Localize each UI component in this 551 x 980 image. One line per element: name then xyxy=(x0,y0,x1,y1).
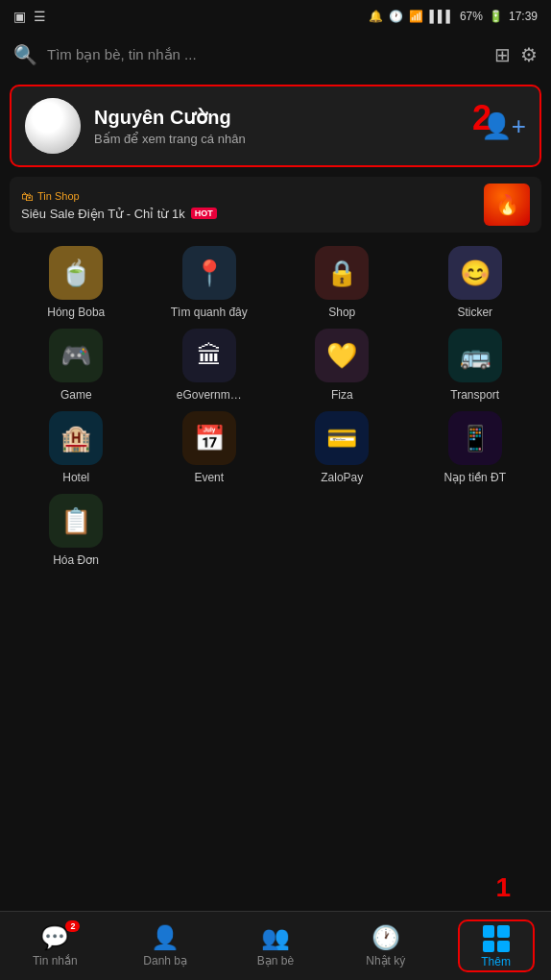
them-dot-3 xyxy=(483,941,495,953)
app-grid: 🍵 Hóng Boba 📍 Tìm quanh đây 🔒 Shop 😊 Sti… xyxy=(0,236,551,567)
grid-item-egovern[interactable]: 🏛 eGovernm… xyxy=(156,329,262,402)
time-display: 17:39 xyxy=(509,10,538,23)
zalopay-icon: 💳 xyxy=(315,411,369,465)
fiza-icon: 💛 xyxy=(315,329,369,382)
search-bar: 🔍 Tìm bạn bè, tin nhắn ... ⊞ ⚙ xyxy=(0,31,551,79)
hot-badge: HOT xyxy=(191,208,217,219)
nav-item-messages[interactable]: 2 💬 Tin nhắn xyxy=(16,924,93,968)
alarm-icon: 🔔 xyxy=(369,10,383,23)
avatar xyxy=(25,98,81,154)
sticker-icon: 😊 xyxy=(448,246,502,300)
settings-icon[interactable]: ⚙ xyxy=(520,43,538,66)
grid-item-hoadon[interactable]: 📋 Hóa Đơn xyxy=(23,494,129,567)
grid-item-shop[interactable]: 🔒 Shop xyxy=(289,246,395,319)
grid-item-zalopay[interactable]: 💳 ZaloPay xyxy=(289,411,395,484)
sticker-label: Sticker xyxy=(457,306,492,319)
contacts-label: Danh bạ xyxy=(143,954,187,968)
avatar-image xyxy=(25,98,81,154)
grid-item-hong-boba[interactable]: 🍵 Hóng Boba xyxy=(23,246,129,319)
hoadon-icon: 📋 xyxy=(49,494,103,548)
friends-icon: 👥 xyxy=(261,924,290,951)
messages-label: Tin nhắn xyxy=(33,954,78,968)
hoadon-label: Hóa Đơn xyxy=(53,553,99,567)
them-dot-1 xyxy=(483,925,495,938)
bag-icon: 🛍 xyxy=(21,189,34,204)
grid-item-transport[interactable]: 🚌 Transport xyxy=(422,329,528,402)
hong-boba-icon: 🍵 xyxy=(49,246,103,300)
them-grid-icon xyxy=(483,925,510,952)
qr-icon[interactable]: ⊞ xyxy=(494,43,511,66)
grid-item-event[interactable]: 📅 Event xyxy=(156,411,262,484)
grid-item-naptien[interactable]: 📱 Nạp tiền ĐT xyxy=(422,411,528,484)
friends-label: Bạn bè xyxy=(257,954,294,968)
diary-icon: 🕐 xyxy=(371,924,400,951)
profile-subtitle: Bấm để xem trang cá nhân xyxy=(94,132,526,146)
event-label: Event xyxy=(194,471,224,484)
diary-label: Nhật ký xyxy=(366,954,405,968)
grid-row-3: 🏨 Hotel 📅 Event 💳 ZaloPay 📱 Nạp tiền ĐT xyxy=(10,411,541,484)
banner-shop-label: 🛍 Tin Shop xyxy=(21,189,217,204)
them-label: Thêm xyxy=(481,955,511,968)
game-icon: 🎮 xyxy=(49,329,103,382)
transport-icon: 🚌 xyxy=(448,329,502,382)
signal-icon: ▌▌▌ xyxy=(429,10,454,23)
menu-icon: ☰ xyxy=(34,9,46,24)
banner-hot-price: 🔥 xyxy=(484,184,530,226)
contacts-icon: 👤 xyxy=(151,924,180,951)
naptien-icon: 📱 xyxy=(448,411,502,465)
shop-label: Shop xyxy=(328,306,355,319)
banner[interactable]: 🛍 Tin Shop Siêu Sale Điện Tử - Chỉ từ 1k… xyxy=(10,177,541,233)
messages-badge: 2 xyxy=(65,920,80,932)
tim-quanh-label: Tìm quanh đây xyxy=(171,306,248,319)
wifi-icon: 📶 xyxy=(409,10,423,23)
grid-item-tim-quanh[interactable]: 📍 Tìm quanh đây xyxy=(156,246,262,319)
them-dot-4 xyxy=(497,941,510,953)
egovern-icon: 🏛 xyxy=(182,329,236,382)
grid-row-1: 🍵 Hóng Boba 📍 Tìm quanh đây 🔒 Shop 😊 Sti… xyxy=(10,246,541,319)
profile-card[interactable]: Nguyên Cường Bấm để xem trang cá nhân 2 … xyxy=(10,85,541,167)
battery-level: 67% xyxy=(460,10,483,23)
grid-item-game[interactable]: 🎮 Game xyxy=(23,329,129,402)
nav-item-them[interactable]: Thêm xyxy=(458,919,535,972)
hotel-icon: 🏨 xyxy=(49,411,103,465)
status-left-icons: ▣ ☰ xyxy=(13,9,46,24)
fiza-label: Fiza xyxy=(331,388,353,402)
tim-quanh-icon: 📍 xyxy=(182,246,236,300)
search-input-wrap[interactable]: Tìm bạn bè, tin nhắn ... xyxy=(47,46,485,63)
nav-item-friends[interactable]: 👥 Bạn bè xyxy=(237,924,314,968)
banner-main-text: Siêu Sale Điện Tử - Chỉ từ 1k HOT xyxy=(21,207,217,221)
battery-icon: 🔋 xyxy=(489,10,503,23)
grid-item-hotel[interactable]: 🏨 Hotel xyxy=(23,411,129,484)
profile-info: Nguyên Cường Bấm để xem trang cá nhân xyxy=(94,106,526,146)
egovern-label: eGovernm… xyxy=(177,388,242,402)
grid-row-2: 🎮 Game 🏛 eGovernm… 💛 Fiza 🚌 Transport xyxy=(10,329,541,402)
them-dot-2 xyxy=(497,925,510,938)
hotel-label: Hotel xyxy=(62,471,89,484)
transport-label: Transport xyxy=(450,388,499,402)
grid-item-fiza[interactable]: 💛 Fiza xyxy=(289,329,395,402)
search-placeholder: Tìm bạn bè, tin nhắn ... xyxy=(47,46,197,63)
hong-boba-label: Hóng Boba xyxy=(47,306,105,319)
grid-item-sticker[interactable]: 😊 Sticker xyxy=(422,246,528,319)
number-1-label: 1 xyxy=(495,872,511,903)
add-friend-icon[interactable]: 👤+ xyxy=(481,111,526,141)
nav-item-contacts[interactable]: 👤 Danh bạ xyxy=(127,924,204,968)
status-bar: ▣ ☰ 🔔 🕐 📶 ▌▌▌ 67% 🔋 17:39 xyxy=(0,0,551,31)
game-label: Game xyxy=(60,388,92,402)
search-icon[interactable]: 🔍 xyxy=(13,43,37,66)
shop-icon: 🔒 xyxy=(315,246,369,300)
profile-name: Nguyên Cường xyxy=(94,106,526,129)
naptien-label: Nạp tiền ĐT xyxy=(443,471,506,484)
nav-item-diary[interactable]: 🕐 Nhật ký xyxy=(347,924,424,968)
bottom-nav: 2 💬 Tin nhắn 👤 Danh bạ 👥 Bạn bè 🕐 Nhật k… xyxy=(0,911,551,980)
banner-left: 🛍 Tin Shop Siêu Sale Điện Tử - Chỉ từ 1k… xyxy=(21,189,217,221)
zalopay-label: ZaloPay xyxy=(321,471,363,484)
status-right-info: 🔔 🕐 📶 ▌▌▌ 67% 🔋 17:39 xyxy=(369,10,538,23)
notification-icon: ▣ xyxy=(13,9,26,24)
clock-icon: 🕐 xyxy=(389,10,403,23)
event-icon: 📅 xyxy=(182,411,236,465)
grid-row-4: 📋 Hóa Đơn xyxy=(10,494,541,567)
